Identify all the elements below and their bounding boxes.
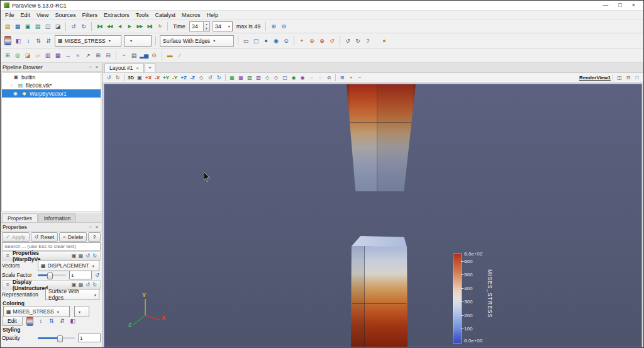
probe-location-icon[interactable]: ⊙	[149, 50, 159, 60]
reset-camera-icon[interactable]: ▭	[241, 36, 251, 46]
plus-x-view-icon[interactable]: +X	[144, 74, 153, 82]
interactive-select-cells-icon[interactable]: ◉	[289, 74, 298, 82]
properties-section-bar[interactable]: ≡ Properties (WarpByVe ▣▦↺↻	[2, 251, 101, 261]
split-horizontal-icon[interactable]: ◫	[615, 74, 624, 82]
slider-handle[interactable]	[57, 335, 63, 342]
previous-frame-icon[interactable]: ◀◀	[104, 21, 114, 31]
minus-y-view-icon[interactable]: -Y	[170, 74, 179, 82]
menu-item[interactable]: Tools	[132, 12, 152, 18]
warp-by-vector-icon[interactable]: ↗	[83, 50, 93, 60]
time-spin-arrows[interactable]	[203, 22, 209, 31]
dock-float-icon[interactable]: ▫	[87, 224, 94, 230]
camera-redo-icon[interactable]: ↻	[113, 74, 122, 82]
select-cells-on-icon[interactable]: ▦	[228, 74, 236, 82]
section-collapse-icon[interactable]: ≡	[4, 252, 11, 259]
camera-undo-icon[interactable]: ↺	[104, 74, 113, 82]
copy-properties-icon[interactable]: ▣	[70, 252, 77, 259]
connect-server-icon[interactable]: ◫	[43, 21, 53, 31]
rotate-camera-cw-icon[interactable]: ↻	[353, 36, 363, 46]
paste-properties-icon[interactable]: ▦	[77, 281, 84, 288]
reset-to-default-icon[interactable]: ↺	[94, 272, 101, 279]
select-block-icon[interactable]: ▢	[280, 74, 289, 82]
edit-color-map-button[interactable]: Edit	[2, 316, 23, 326]
help-button[interactable]: ?	[88, 232, 101, 242]
visibility-eye-icon[interactable]: ◌	[8, 82, 15, 88]
menu-item[interactable]: Filters	[79, 12, 101, 18]
zoom-to-selection-icon[interactable]: ⊞	[338, 74, 347, 82]
rotate-90-cw-icon[interactable]: ↻	[214, 74, 223, 82]
split-vertical-icon[interactable]: ⊟	[624, 74, 633, 82]
time-value-input[interactable]: 34	[189, 21, 210, 31]
tab-information[interactable]: Information	[38, 213, 77, 222]
restore-defaults-icon[interactable]: ↺	[84, 281, 91, 288]
first-frame-icon[interactable]: ▮◀	[94, 21, 104, 31]
menu-item[interactable]: Edit	[18, 12, 34, 18]
minus-x-view-icon[interactable]: -X	[153, 74, 162, 82]
tab-properties[interactable]: Properties	[2, 213, 38, 222]
plus-y-view-icon[interactable]: +Y	[162, 74, 170, 82]
show-center-axes-icon[interactable]: ⊕	[307, 36, 317, 46]
histogram-icon[interactable]: ▂▅	[139, 50, 149, 60]
slice-icon[interactable]: ▱	[33, 50, 43, 60]
scale-factor-input[interactable]: 1	[69, 271, 92, 279]
dock-close-icon[interactable]: ×	[94, 224, 100, 230]
threshold-icon[interactable]: ▥	[43, 50, 53, 60]
clear-selection-icon[interactable]: ⊘	[325, 74, 333, 82]
toggle-light-kit-icon[interactable]: ●	[379, 36, 389, 46]
add-layout-tab[interactable]: +	[145, 63, 155, 72]
minus-z-view-icon[interactable]: -Z	[188, 74, 197, 82]
color-legend[interactable]: 6.6e+02 600500400300200100 0.0e+00 MISES…	[453, 250, 535, 346]
pipeline-item[interactable]: ▣ builtin	[2, 73, 101, 81]
menu-item[interactable]: Help	[203, 12, 221, 18]
grow-selection-icon[interactable]: +	[347, 74, 355, 82]
extract-block-icon[interactable]: ⊟	[103, 50, 113, 60]
play-backward-icon[interactable]: ◀	[114, 21, 125, 31]
select-points-on-icon[interactable]: ▦	[236, 74, 245, 82]
adjust-camera-icon[interactable]: ▣	[135, 74, 144, 82]
maximize-button[interactable]: □	[618, 1, 621, 9]
pipeline-item[interactable]: ◌ ▤ file008.vtk*	[2, 81, 101, 89]
last-frame-icon[interactable]: ▶▮	[145, 21, 155, 31]
calculator-icon[interactable]: ⊞	[3, 50, 13, 60]
dock-float-icon[interactable]: ▫	[87, 64, 94, 70]
slider-handle[interactable]	[47, 272, 53, 279]
menu-item[interactable]: Macros	[179, 12, 204, 18]
hover-cells-icon[interactable]: ◌	[307, 74, 316, 82]
zoom-to-box-icon[interactable]: ▢	[251, 36, 261, 46]
show-orientation-axes-icon[interactable]: +	[297, 36, 307, 46]
spreadsheet-icon[interactable]: ▤	[129, 50, 139, 60]
opacity-input[interactable]: 1	[78, 334, 101, 342]
scale-factor-slider[interactable]	[38, 274, 66, 276]
mouse-help-icon[interactable]: ?	[363, 36, 373, 46]
ruler-icon[interactable]: ▬	[165, 50, 175, 60]
interactive-select-points-icon[interactable]: ◉	[298, 74, 307, 82]
open-file-icon[interactable]: ▨	[3, 21, 13, 31]
group-datasets-icon[interactable]: ⊞	[93, 50, 103, 60]
visibility-eye-icon[interactable]: ◉	[12, 91, 19, 96]
play-icon[interactable]: ▶	[125, 21, 135, 31]
capture-screenshot-icon[interactable]: ▣	[23, 21, 33, 31]
annotate-icon[interactable]: ∕	[175, 50, 185, 60]
zoom-in-icon[interactable]: ⊕	[269, 21, 279, 31]
rescale-to-custom-range-icon[interactable]: ⇅	[33, 36, 43, 46]
contour-icon[interactable]: ◎	[13, 50, 23, 60]
choose-preset-icon[interactable]: ◧	[68, 316, 78, 326]
render-viewport[interactable]: 6.6e+02 600500400300200100 0.0e+00 MISES…	[104, 84, 642, 347]
dock-close-icon[interactable]: ×	[94, 64, 100, 70]
menu-item[interactable]: File	[2, 12, 18, 18]
select-points-through-icon[interactable]: ▧	[254, 74, 263, 82]
menu-item[interactable]: View	[33, 12, 52, 18]
zoom-closest-to-data-icon[interactable]: ⊙	[281, 36, 291, 46]
minimize-button[interactable]: —	[602, 1, 608, 9]
disconnect-server-icon[interactable]: ◪	[53, 21, 63, 31]
toggle-2d-3d-icon[interactable]: 3D	[126, 74, 135, 82]
zoom-to-data-icon[interactable]: ●	[261, 36, 271, 46]
reset-camera-closest-icon[interactable]: ◉	[271, 36, 281, 46]
color-array-combo[interactable]: ▦ MISES_STRESS	[55, 35, 121, 47]
glyph-icon[interactable]: →	[63, 50, 73, 60]
layout-tab[interactable]: Layout #1 ×	[104, 63, 144, 72]
rescale-temporal-icon[interactable]: ⇵	[57, 316, 67, 326]
opacity-slider[interactable]	[38, 337, 75, 339]
rotate-90-ccw-icon[interactable]: ↺	[206, 74, 214, 82]
extract-subset-icon[interactable]: ▦	[53, 50, 63, 60]
